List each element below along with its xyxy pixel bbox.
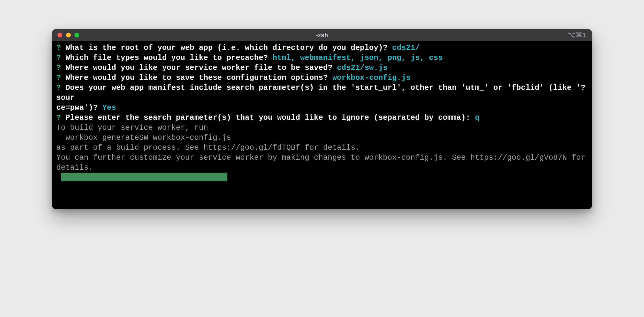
prompt-question: Which file types would you like to preca… bbox=[61, 54, 272, 62]
prompt-question: What is the root of your web app (i.e. w… bbox=[61, 44, 392, 52]
minimize-icon[interactable] bbox=[66, 33, 71, 38]
close-icon[interactable] bbox=[58, 33, 62, 38]
prompt-answer: q bbox=[475, 113, 479, 122]
prompt-line: ? Please enter the search parameter(s) t… bbox=[56, 113, 588, 123]
prompt-answer: html, webmanifest, json, png, js, css bbox=[273, 54, 443, 62]
prompt-question: Does your web app manifest include searc… bbox=[56, 83, 585, 112]
prompt-marker: ? bbox=[56, 113, 61, 122]
prompt-answer: cds21/ bbox=[392, 44, 420, 52]
prompt-line: ? Does your web app manifest include sea… bbox=[56, 83, 588, 113]
prompt-marker: ? bbox=[56, 44, 61, 52]
prompt-marker: ? bbox=[56, 83, 61, 92]
window-shortcut: ⌥⌘1 bbox=[568, 31, 592, 39]
terminal-body[interactable]: ? What is the root of your web app (i.e.… bbox=[52, 41, 592, 209]
prompt-line: ? Which file types would you like to pre… bbox=[56, 53, 588, 63]
output-line: workbox generateSW workbox-config.js bbox=[56, 133, 588, 143]
prompt-answer: cds21/sw.js bbox=[337, 64, 387, 72]
prompt-question: Where would you like to save these confi… bbox=[61, 74, 332, 82]
prompt-answer: Yes bbox=[102, 103, 116, 112]
terminal-window: -zsh ⌥⌘1 ? What is the root of your web … bbox=[52, 29, 592, 209]
window-title: -zsh bbox=[52, 32, 592, 39]
traffic-lights bbox=[52, 33, 79, 38]
output-line: To build your service worker, run bbox=[56, 123, 588, 133]
prompt-line: ? Where would you like to save these con… bbox=[56, 73, 588, 83]
prompt-marker: ? bbox=[56, 54, 61, 62]
prompt-question: Where would you like your service worker… bbox=[61, 64, 337, 72]
zoom-icon[interactable] bbox=[74, 33, 79, 38]
output-line: You can further customize your service w… bbox=[56, 153, 588, 173]
titlebar: -zsh ⌥⌘1 bbox=[52, 29, 592, 41]
prompt-answer: workbox-config.js bbox=[332, 74, 410, 82]
output-line: as part of a build process. See https://… bbox=[56, 143, 588, 153]
prompt-marker: ? bbox=[56, 64, 61, 72]
prompt-line: ? What is the root of your web app (i.e.… bbox=[56, 43, 588, 53]
prompt-question: Please enter the search parameter(s) tha… bbox=[61, 113, 475, 122]
cursor-block bbox=[61, 173, 227, 181]
prompt-line: ? Where would you like your service work… bbox=[56, 63, 588, 73]
prompt-marker: ? bbox=[56, 74, 61, 82]
